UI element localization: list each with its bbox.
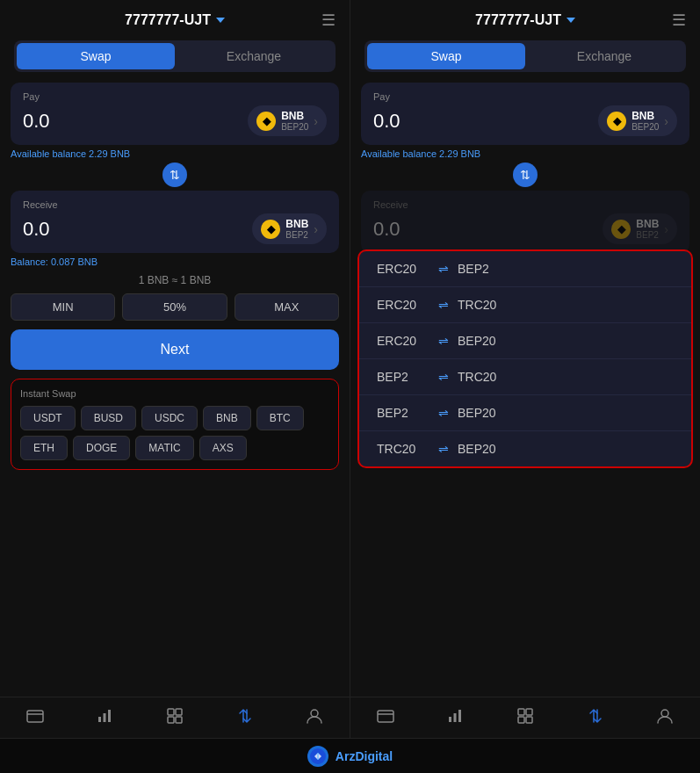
right-dd-from-2: ERC20 — [377, 334, 429, 348]
left-nav-chart[interactable] — [95, 706, 114, 726]
right-header-icon[interactable]: ☰ — [672, 11, 686, 30]
right-header: 7777777-UJT ☰ — [350, 0, 700, 40]
left-next-button[interactable]: Next — [11, 329, 339, 370]
svg-rect-11 — [454, 713, 457, 722]
left-tab-exchange[interactable]: Exchange — [175, 43, 333, 69]
right-swap-icon-container: ⇅ — [361, 163, 689, 187]
right-dropdown-item-3[interactable]: BEP2 ⇌ TRC20 — [359, 359, 691, 395]
svg-rect-10 — [449, 717, 451, 722]
right-account-title[interactable]: 7777777-UJT — [475, 12, 575, 28]
right-pay-balance-value: 2.29 BNB — [439, 148, 480, 159]
right-nav-wallet[interactable] — [376, 706, 395, 726]
right-pay-box: Pay 0.0 ◆ BNB BEP20 › — [361, 83, 689, 145]
right-receive-label: Receive — [373, 199, 677, 210]
left-receive-token-sub: BEP2 — [285, 230, 308, 240]
right-pay-token-sub: BEP20 — [631, 122, 659, 132]
right-receive-token-name: BNB — [636, 218, 659, 230]
right-dropdown-item-4[interactable]: BEP2 ⇌ BEP20 — [359, 395, 691, 431]
left-nav-wallet[interactable] — [25, 706, 45, 726]
right-pay-balance: Available balance 2.29 BNB — [361, 148, 689, 159]
left-receive-token-name: BNB — [285, 218, 308, 230]
left-pay-token-name: BNB — [281, 110, 308, 122]
left-pay-box: Pay 0.0 ◆ BNB BEP20 › — [11, 83, 339, 145]
left-swap-icon-container: ⇅ — [11, 163, 339, 187]
right-receive-token-selector[interactable]: ◆ BNB BEP2 › — [603, 213, 677, 244]
right-dd-arrow-0: ⇌ — [438, 262, 449, 276]
right-dd-from-3: BEP2 — [377, 370, 429, 384]
svg-rect-5 — [176, 709, 182, 715]
right-tabs: Swap Exchange — [364, 40, 686, 72]
left-chip-eth[interactable]: ETH — [20, 436, 68, 460]
left-nav-grid[interactable] — [165, 706, 184, 726]
left-pay-amount[interactable]: 0.0 — [23, 110, 50, 133]
left-receive-token-selector[interactable]: ◆ BNB BEP2 › — [252, 213, 327, 244]
svg-rect-9 — [378, 711, 393, 722]
right-dropdown-overlay: ERC20 ⇌ BEP2 ERC20 ⇌ TRC20 ERC20 ⇌ BEP20… — [357, 249, 693, 468]
left-chip-doge[interactable]: DOGE — [73, 436, 130, 460]
left-swap-icon[interactable]: ⇅ — [162, 163, 187, 187]
left-pay-balance-label: Available balance — [11, 148, 86, 159]
left-amount-buttons: MIN 50% MAX — [11, 293, 339, 321]
left-nav-swap[interactable] — [235, 706, 255, 726]
right-nav-swap-icon — [586, 706, 605, 726]
right-receive-chevron-icon: › — [664, 222, 668, 236]
right-nav-chart[interactable] — [445, 706, 465, 726]
left-pay-token-info: BNB BEP20 — [281, 110, 308, 132]
right-nav-wallet-icon — [376, 706, 395, 726]
right-pay-token-selector[interactable]: ◆ BNB BEP20 › — [598, 105, 677, 136]
left-chip-usdt[interactable]: USDT — [20, 406, 76, 430]
left-receive-amount[interactable]: 0.0 — [23, 218, 50, 241]
right-nav-grid[interactable] — [516, 706, 535, 726]
svg-rect-0 — [27, 711, 43, 722]
left-max-button[interactable]: MAX — [235, 293, 339, 321]
left-min-button[interactable]: MIN — [11, 293, 115, 321]
left-receive-box: Receive 0.0 ◆ BNB BEP2 › — [11, 191, 339, 253]
right-dropdown-item-1[interactable]: ERC20 ⇌ TRC20 — [359, 287, 691, 323]
left-50pct-button[interactable]: 50% — [122, 293, 227, 321]
left-content: Pay 0.0 ◆ BNB BEP20 › Available balance … — [0, 83, 350, 697]
left-chip-btc[interactable]: BTC — [256, 406, 304, 430]
left-pay-balance: Available balance 2.29 BNB — [11, 148, 339, 159]
right-receive-token-info: BNB BEP2 — [636, 218, 659, 240]
right-receive-amount[interactable]: 0.0 — [373, 218, 401, 241]
right-receive-box: Receive 0.0 ◆ BNB BEP2 › — [361, 191, 689, 253]
left-pay-label: Pay — [23, 91, 327, 102]
right-dropdown-item-0[interactable]: ERC20 ⇌ BEP2 — [359, 251, 691, 287]
left-instant-swap: Instant Swap USDT BUSD USDC BNB BTC ETH … — [11, 379, 339, 470]
left-tab-swap[interactable]: Swap — [17, 43, 175, 69]
left-nav-profile[interactable] — [305, 706, 324, 726]
left-header-icon[interactable]: ☰ — [321, 11, 336, 30]
left-header: 7777777-UJT ☰ — [0, 0, 350, 40]
left-account-title[interactable]: 7777777-UJT — [125, 12, 225, 28]
right-dropdown-item-2[interactable]: ERC20 ⇌ BEP20 — [359, 323, 691, 359]
right-tab-swap[interactable]: Swap — [367, 43, 525, 69]
logo-icon — [307, 746, 328, 767]
left-chip-matic[interactable]: MATIC — [135, 436, 193, 460]
right-content: Pay 0.0 ◆ BNB BEP20 › Available balance … — [350, 83, 700, 697]
right-dd-to-4: BEP20 — [458, 406, 496, 420]
right-dd-arrow-2: ⇌ — [438, 334, 449, 348]
left-receive-label: Receive — [23, 199, 327, 210]
right-dropdown-item-5[interactable]: TRC20 ⇌ BEP20 — [359, 431, 691, 466]
svg-point-8 — [311, 710, 318, 717]
left-chip-usdc[interactable]: USDC — [141, 406, 198, 430]
left-chip-axs[interactable]: AXS — [199, 436, 247, 460]
right-pay-token-info: BNB BEP20 — [631, 110, 659, 132]
left-chip-busd[interactable]: BUSD — [81, 406, 136, 430]
right-nav-swap[interactable] — [586, 706, 605, 726]
svg-point-17 — [661, 710, 668, 717]
left-pay-token-selector[interactable]: ◆ BNB BEP20 › — [248, 105, 327, 136]
left-nav-grid-icon — [165, 706, 184, 726]
left-chip-bnb[interactable]: BNB — [203, 406, 251, 430]
left-nav-chart-icon — [95, 706, 114, 726]
right-nav-profile[interactable] — [655, 706, 675, 726]
right-tab-exchange[interactable]: Exchange — [525, 43, 683, 69]
left-nav-wallet-icon — [25, 706, 45, 726]
right-dd-arrow-1: ⇌ — [438, 298, 449, 312]
right-pay-amount[interactable]: 0.0 — [373, 110, 401, 133]
right-swap-icon[interactable]: ⇅ — [513, 163, 538, 187]
right-receive-token-sub: BEP2 — [636, 230, 659, 240]
right-dd-from-0: ERC20 — [377, 262, 429, 276]
right-dd-arrow-4: ⇌ — [438, 406, 449, 420]
left-nav-profile-icon — [305, 706, 324, 726]
